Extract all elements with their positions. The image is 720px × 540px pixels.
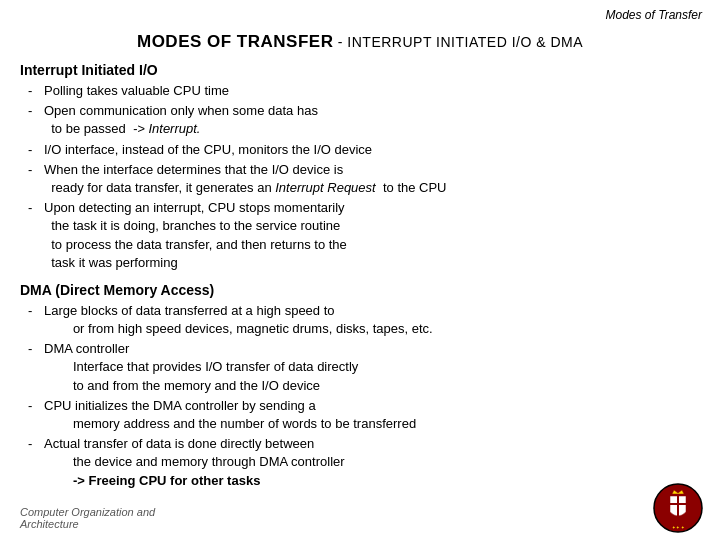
dash-4: - [28,161,42,179]
dma-bullet-text-3: CPU initializes the DMA controller by se… [44,397,700,433]
dash-2: - [28,102,42,120]
interrupt-bullet-4: - When the interface determines that the… [28,161,700,197]
svg-text:✦ ✦ ✦: ✦ ✦ ✦ [672,525,684,530]
dma-bullet-3: - CPU initializes the DMA controller by … [28,397,700,433]
main-title-bold: MODES OF TRANSFER [137,32,333,51]
dma-heading: DMA (Direct Memory Access) [20,282,700,298]
footer: Computer Organization and Architecture [20,506,155,530]
dma-bullet-2: - DMA controller Interface that provides… [28,340,700,395]
dma-dash-4: - [28,435,42,453]
main-title: MODES OF TRANSFER - INTERRUPT INITIATED … [20,32,700,52]
interrupt-bullet-1: - Polling takes valuable CPU time [28,82,700,100]
interrupt-bullet-3: - I/O interface, instead of the CPU, mon… [28,141,700,159]
slide-container: Modes of Transfer MODES OF TRANSFER - IN… [0,0,720,540]
footer-line1: Computer Organization and [20,506,155,518]
main-title-normal: - INTERRUPT INITIATED I/O & DMA [333,34,583,50]
footer-line2: Architecture [20,518,155,530]
dash-5: - [28,199,42,217]
dma-bullet-text-4: Actual transfer of data is done directly… [44,435,700,490]
dma-dash-1: - [28,302,42,320]
dma-bullet-text-1: Large blocks of data transferred at a hi… [44,302,700,338]
crest-svg: ✦ ✦ ✦ [652,482,704,534]
dash-1: - [28,82,42,100]
interrupt-content: - Polling takes valuable CPU time - Open… [28,82,700,272]
dma-bullet-4: - Actual transfer of data is done direct… [28,435,700,490]
dma-bullet-1: - Large blocks of data transferred at a … [28,302,700,338]
bullet-text-1: Polling takes valuable CPU time [44,82,700,100]
bullet-text-5: Upon detecting an interrupt, CPU stops m… [44,199,700,272]
interrupt-heading: Interrupt Initiated I/O [20,62,700,78]
bullet-text-3: I/O interface, instead of the CPU, monit… [44,141,700,159]
bullet-text-4: When the interface determines that the I… [44,161,700,197]
university-crest: ✦ ✦ ✦ [652,482,704,534]
dash-3: - [28,141,42,159]
dma-section: DMA (Direct Memory Access) - Large block… [20,282,700,490]
dma-dash-2: - [28,340,42,358]
dma-bullet-text-2: DMA controller Interface that provides I… [44,340,700,395]
dma-dash-3: - [28,397,42,415]
bullet-text-2: Open communication only when some data h… [44,102,700,138]
dma-content: - Large blocks of data transferred at a … [28,302,700,490]
top-right-title: Modes of Transfer [606,8,702,22]
interrupt-bullet-2: - Open communication only when some data… [28,102,700,138]
interrupt-bullet-5: - Upon detecting an interrupt, CPU stops… [28,199,700,272]
